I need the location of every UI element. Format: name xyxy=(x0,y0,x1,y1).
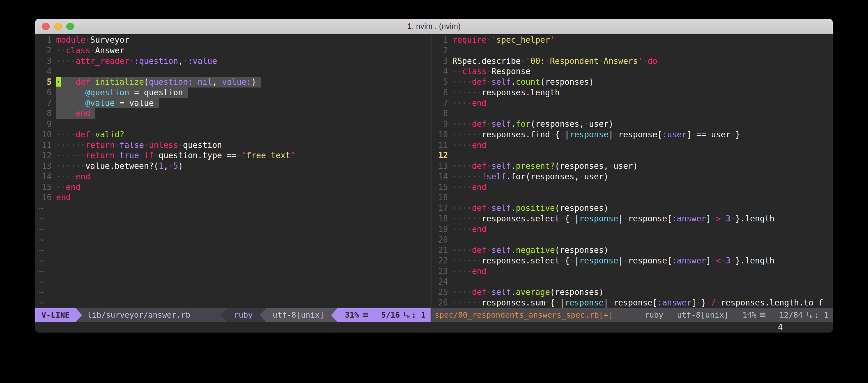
code-token: value xyxy=(129,98,154,108)
code-token: 1 xyxy=(159,161,164,171)
code-token: def xyxy=(472,77,486,86)
minimize-button[interactable] xyxy=(54,23,62,30)
whitespace-dot: · xyxy=(486,287,491,297)
buffer-line[interactable]: 7····end xyxy=(435,98,833,109)
buffer-line[interactable]: 26······responses.sum·{·|response|·respo… xyxy=(435,298,833,308)
buffer-line[interactable]: 15··end xyxy=(39,182,431,193)
line-number: 15 xyxy=(435,182,448,193)
buffer-line[interactable]: 23····end xyxy=(435,266,833,277)
code-token: ) xyxy=(178,161,183,171)
code-token: response xyxy=(565,298,603,307)
code-token: return xyxy=(86,140,115,150)
buffer-answer-rb[interactable]: 1module·Surveyor2··class·Answer3····attr… xyxy=(35,34,431,308)
buffer-line[interactable]: 7······@value·=·value xyxy=(39,98,431,109)
buffer-line[interactable]: 24 xyxy=(435,277,833,287)
code-token: value.between?( xyxy=(86,161,159,171)
line-text: ····end xyxy=(453,182,487,193)
zoom-button[interactable] xyxy=(66,23,74,30)
buffer-line[interactable]: 18······responses.select·{·|response|·re… xyxy=(435,214,833,224)
buffer-line[interactable]: 13····def·self.present?(responses,·user) xyxy=(435,161,833,172)
tilde-line[interactable]: ~ xyxy=(39,203,431,214)
buffer-line[interactable]: 3RSpec.describe·'00:·Respondent·Answers'… xyxy=(435,56,833,67)
line-number: 18 xyxy=(435,214,448,224)
scroll-percent: 31% xyxy=(345,308,359,322)
buffer-line[interactable]: 5····def·self.count(responses) xyxy=(435,77,833,88)
percent-text: 14% xyxy=(742,308,756,322)
line-text: ····def·self.present?(responses,·user) xyxy=(453,161,638,172)
line-text: require·'spec_helper' xyxy=(453,35,555,45)
line-text: ····def·self.negative(responses) xyxy=(453,245,609,256)
buffer-line[interactable]: 6······@question·=·question xyxy=(39,88,431,98)
buffer-line[interactable]: 16end xyxy=(39,193,431,203)
buffer-line[interactable]: 25····def·self.average(responses) xyxy=(435,287,833,298)
line-number: 21 xyxy=(435,245,448,256)
whitespace-dot: · xyxy=(124,98,129,108)
buffer-line[interactable]: 21····def·self.negative(responses) xyxy=(435,245,833,256)
window-titlebar[interactable]: 1. nvim . (nvim) xyxy=(35,19,833,34)
code-token: response[ xyxy=(628,214,672,223)
whitespace-dot: · xyxy=(168,161,173,171)
buffer-line[interactable]: 20 xyxy=(435,235,833,245)
whitespace-dot: · xyxy=(721,256,726,265)
buffer-line[interactable]: 1require·'spec_helper' xyxy=(435,35,833,45)
buffer-line[interactable]: 11····end xyxy=(435,140,833,151)
buffer-line[interactable]: 8 xyxy=(435,108,833,119)
code-token: self xyxy=(491,245,511,255)
code-token: Answer xyxy=(95,46,124,55)
buffer-spec-rb[interactable]: 1require·'spec_helper'23RSpec.describe·'… xyxy=(432,34,833,308)
tilde-line[interactable]: ~ xyxy=(39,287,431,298)
buffer-line[interactable]: 4 xyxy=(39,66,431,77)
line-text: ······responses.select·{·|response|·resp… xyxy=(453,214,774,224)
tilde-line[interactable]: ~ xyxy=(39,277,431,287)
whitespace-dot: · xyxy=(609,161,614,171)
buffer-line[interactable]: 12 xyxy=(435,150,833,161)
tilde-line[interactable]: ~ xyxy=(39,298,431,308)
tilde-line[interactable]: ~ xyxy=(39,214,431,224)
buffer-line[interactable]: 9 xyxy=(39,119,431,130)
close-button[interactable] xyxy=(42,23,50,30)
tilde-line[interactable]: ~ xyxy=(39,235,431,245)
buffer-line[interactable]: 2 xyxy=(435,45,833,56)
whitespace-dot: ······ xyxy=(56,140,86,150)
buffer-line[interactable]: 6······responses.length xyxy=(435,88,833,98)
whitespace-dot: · xyxy=(115,98,120,108)
buffer-line[interactable]: 3····attr_reader·:question,·:value xyxy=(39,56,431,67)
showcmd-count: 4 xyxy=(778,322,783,333)
line-number: 7 xyxy=(39,98,52,109)
whitespace-dot: · xyxy=(613,130,618,139)
tilde-line[interactable]: ~ xyxy=(39,256,431,266)
code-token: > xyxy=(716,214,721,223)
buffer-line[interactable]: 1module·Surveyor xyxy=(39,35,431,45)
whitespace-dot: · xyxy=(731,214,736,223)
buffer-line[interactable]: 14······!self.for(responses,·user) xyxy=(435,172,833,182)
tilde-line[interactable]: ~ xyxy=(39,245,431,256)
buffer-line[interactable]: 4··class·Response xyxy=(435,66,833,77)
powerline-arrow-icon xyxy=(221,308,227,322)
ruler-separator: : xyxy=(411,308,416,322)
buffer-line[interactable]: 5····def·initialize(question:·nil,·value… xyxy=(39,77,431,88)
buffer-line[interactable]: 16 xyxy=(435,193,833,203)
buffer-line[interactable]: 12······return·true·if·question.type·==·… xyxy=(39,150,431,161)
whitespace-dot: · xyxy=(545,56,550,66)
buffer-line[interactable]: 17····def·self.positive(responses) xyxy=(435,203,833,214)
buffer-line[interactable]: 10······responses.find·{·|response|·resp… xyxy=(435,130,833,140)
buffer-line[interactable]: 9····def·self.for(responses,·user) xyxy=(435,119,833,130)
line-number: 8 xyxy=(435,108,448,119)
whitespace-dot: ·· xyxy=(56,182,66,192)
code-token: ' xyxy=(638,56,643,66)
buffer-line[interactable]: 8····end xyxy=(39,108,431,119)
buffer-line[interactable]: 2··class·Answer xyxy=(39,45,431,56)
tilde-line[interactable]: ~ xyxy=(39,266,431,277)
buffer-line[interactable]: 13······value.between?(1,·5) xyxy=(39,161,431,172)
buffer-line[interactable]: 15····end xyxy=(435,182,833,193)
buffer-line[interactable]: 11······return·false·unless·question xyxy=(39,140,431,151)
buffer-line[interactable]: 22······responses.select·{·|response|·re… xyxy=(435,256,833,266)
code-token: :user xyxy=(662,130,686,139)
code-token: | xyxy=(560,298,565,307)
code-token: spec_helper xyxy=(496,35,550,44)
buffer-line[interactable]: 10····def·valid? xyxy=(39,130,431,140)
vim-command-line[interactable]: 4 xyxy=(35,322,833,333)
tilde-line[interactable]: ~ xyxy=(39,224,431,235)
buffer-line[interactable]: 19····end xyxy=(435,224,833,235)
buffer-line[interactable]: 14····end xyxy=(39,172,431,182)
